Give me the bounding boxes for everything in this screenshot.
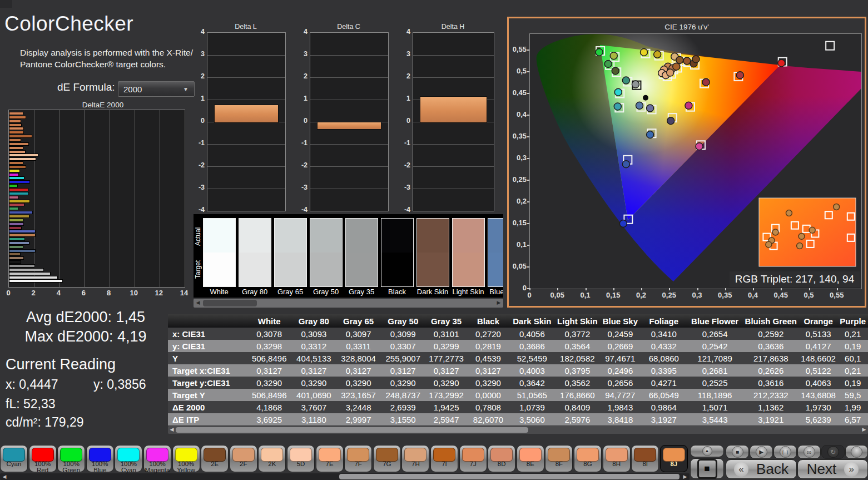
scroll-left-icon[interactable]: ◀ [168,427,175,433]
color-patch-button[interactable]: 8G [574,445,602,472]
table-cell: 0,2654 [687,328,743,340]
refresh-button[interactable]: ↻ [821,445,845,459]
de-bar [9,215,29,218]
target-color [310,253,342,286]
row-label: ΔE 2000 [168,401,247,413]
tick-mark [529,288,530,290]
gridline [413,189,494,189]
next-button[interactable]: Next » [797,459,868,479]
cie-title: CIE 1976 u'v' [509,23,865,31]
color-patch-button[interactable]: 7H [401,445,429,472]
table-cell: 2,5947 [425,413,468,425]
patch-button-label: 8H [603,461,630,467]
color-patch-button[interactable]: 7E [316,445,344,472]
color-patch-button[interactable]: 2K [258,445,286,472]
color-patch-button[interactable]: 100% Green [57,445,85,472]
color-patch-button[interactable]: 8E [517,445,544,472]
patch-window-button[interactable]: ■ [690,458,724,479]
color-patch-button[interactable]: 100% Yellow [172,445,200,472]
color-patch-button[interactable]: 8D [488,445,515,472]
table-row: ΔE ITP3,69253,11802,99973,15502,594782,6… [168,413,868,425]
deltae-chart-title: DeltaE 2000 [50,101,156,109]
de-bar [9,268,44,271]
patch-button-label: 100% Blue [87,461,113,473]
patch-color [175,448,197,462]
measured-point [667,69,674,76]
blank-button[interactable] [845,445,868,459]
play-button[interactable]: ▶ [750,445,773,459]
de-formula-label: dE Formula: [57,81,115,93]
scroll-right-icon[interactable]: ▶ [861,427,867,433]
table-cell: 1,0739 [509,401,555,413]
scroll-right-icon[interactable]: ▶ [682,474,688,480]
axis-tick-label: 0,1 [509,240,527,249]
scrollbar-thumb[interactable] [339,474,679,479]
table-row: ΔE 20004,18683,76073,24482,69391,94250,7… [168,401,868,413]
color-patch-button[interactable]: 8H [603,445,631,472]
table-cell: 3,8418 [600,413,641,425]
color-patch-button[interactable]: 7F [344,445,372,472]
back-button[interactable]: « Back [726,459,797,479]
patch-color [89,448,111,462]
de-bar [9,222,24,226]
delta-chart-title: Delta H [401,23,504,31]
color-patch-button[interactable]: 100% Blue [86,445,114,472]
color-patch-button[interactable]: 5D [287,445,315,472]
scroll-right-icon[interactable]: ▶ [495,300,502,306]
table-cell: 2,6939 [381,401,425,413]
measured-point [614,103,621,110]
de-formula-dropdown[interactable]: 2000 ▼ [118,81,195,97]
table-cell: 0,3127 [467,364,509,377]
scroll-left-icon[interactable]: ◀ [195,300,201,306]
tick-mark [837,288,838,290]
color-patch-button[interactable]: 8F [545,445,573,472]
table-row: Target y:CIE310,32900,32900,32900,32900,… [168,377,868,389]
next-button-label: Next [807,461,836,478]
scrollbar-thumb[interactable] [176,427,528,433]
tick-mark [641,288,642,290]
color-patch-button[interactable]: 100% Cyan [115,445,142,472]
table-cell: 0,3290 [291,377,336,389]
axis-tick-label: 2 [293,72,307,80]
column-header: White [247,314,291,328]
color-patch-button[interactable]: 8J [660,445,688,472]
table-scrollbar[interactable]: ◀ ▶ [168,426,868,434]
measured-point [736,72,743,79]
color-patch-button[interactable]: 2E [201,445,229,472]
page-title: ColorChecker [4,12,133,36]
de-bar [9,154,38,157]
color-patch-button[interactable]: 8I [631,445,659,472]
row-label: Target x:CIE31 [168,364,247,377]
loop-button[interactable]: ∞ [797,445,821,459]
frame-step-button[interactable]: [‥] [773,445,797,459]
target-color [381,253,413,286]
scroll-left-icon[interactable]: ◀ [1,474,8,480]
toolbar-scrollbar[interactable]: ◀ ▶ [0,473,690,480]
table-cell: 1,5071 [687,401,743,413]
de-bar [9,165,26,169]
table-cell: 0,3127 [381,364,425,377]
tick-mark [697,288,698,290]
color-patch-button[interactable]: 7J [459,445,487,472]
stop-button[interactable]: ■ [726,445,749,459]
patch-swatch [310,218,343,287]
patch-label: Gray 50 [306,288,345,296]
color-patch-button[interactable]: 100% Red [29,445,57,472]
color-patch-button[interactable]: 2F [230,445,257,472]
list-up-button[interactable]: ▲ [690,445,724,457]
scrollbar-thumb[interactable] [203,300,257,306]
axis-tick-label: -4 [293,206,307,214]
measured-point [622,77,629,84]
de-bar [9,131,24,134]
tick-mark [527,245,529,246]
de-bar [9,123,22,127]
measured-point [604,60,612,67]
chevron-left-icon: « [734,462,748,477]
color-patch-button[interactable]: 7I [430,445,458,472]
chevron-right-icon: » [844,462,859,477]
color-patch-button[interactable]: 7G [373,445,401,472]
play-icon: ▶ [756,446,767,458]
patch-strip-scrollbar[interactable]: ◀ ▶ [194,299,503,308]
color-patch-button[interactable]: Cyan [0,445,28,472]
color-patch-button[interactable]: 100% Magenta [143,445,171,472]
